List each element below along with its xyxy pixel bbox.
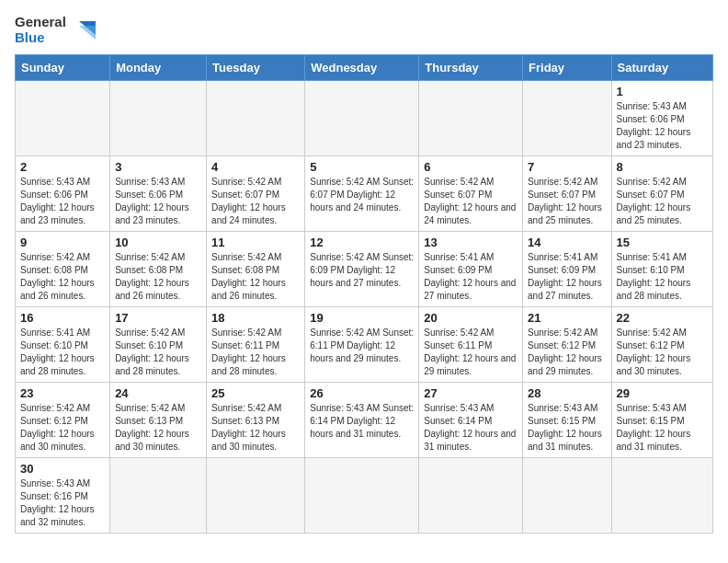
calendar-cell: 24Sunrise: 5:42 AM Sunset: 6:13 PM Dayli… [110,383,207,458]
logo-triangle-icon [70,17,97,44]
calendar-week-4: 23Sunrise: 5:42 AM Sunset: 6:12 PM Dayli… [16,383,713,458]
day-info: Sunrise: 5:42 AM Sunset: 6:11 PM Dayligh… [211,327,300,378]
day-number: 14 [528,236,607,249]
weekday-header-wednesday: Wednesday [305,55,419,81]
calendar-cell: 5Sunrise: 5:42 AM Sunset: 6:07 PM Daylig… [305,156,419,232]
calendar-cell: 26Sunrise: 5:43 AM Sunset: 6:14 PM Dayli… [305,383,419,458]
calendar-cell [523,81,612,156]
day-number: 4 [211,160,300,174]
page-header: General Blue [15,15,713,45]
day-info: Sunrise: 5:42 AM Sunset: 6:12 PM Dayligh… [528,327,607,378]
calendar-cell: 2Sunrise: 5:43 AM Sunset: 6:06 PM Daylig… [16,156,110,232]
calendar-cell: 15Sunrise: 5:41 AM Sunset: 6:10 PM Dayli… [611,232,712,307]
day-number: 9 [20,236,105,249]
calendar-cell: 18Sunrise: 5:42 AM Sunset: 6:11 PM Dayli… [207,307,305,383]
day-number: 23 [20,386,105,400]
day-info: Sunrise: 5:42 AM Sunset: 6:11 PM Dayligh… [424,327,518,378]
calendar-cell: 22Sunrise: 5:42 AM Sunset: 6:12 PM Dayli… [611,307,712,383]
weekday-header-monday: Monday [110,55,207,81]
calendar-cell: 13Sunrise: 5:41 AM Sunset: 6:09 PM Dayli… [419,232,523,307]
calendar-cell: 7Sunrise: 5:42 AM Sunset: 6:07 PM Daylig… [523,156,612,232]
calendar-cell [207,458,305,534]
day-number: 19 [310,311,414,325]
weekday-header-saturday: Saturday [611,55,712,81]
calendar-week-0: 1Sunrise: 5:43 AM Sunset: 6:06 PM Daylig… [16,81,713,156]
calendar-cell: 17Sunrise: 5:42 AM Sunset: 6:10 PM Dayli… [110,307,207,383]
day-number: 7 [528,160,607,174]
calendar-cell: 30Sunrise: 5:43 AM Sunset: 6:16 PM Dayli… [16,458,110,534]
calendar-cell [611,458,712,534]
day-number: 11 [211,236,300,249]
calendar-cell: 28Sunrise: 5:43 AM Sunset: 6:15 PM Dayli… [523,383,612,458]
day-info: Sunrise: 5:43 AM Sunset: 6:14 PM Dayligh… [424,402,518,454]
day-number: 12 [310,236,414,249]
weekday-header-row: SundayMondayTuesdayWednesdayThursdayFrid… [16,55,713,81]
day-number: 3 [115,160,201,174]
day-number: 21 [528,311,607,325]
day-info: Sunrise: 5:42 AM Sunset: 6:07 PM Dayligh… [211,176,300,227]
calendar-cell: 20Sunrise: 5:42 AM Sunset: 6:11 PM Dayli… [419,307,523,383]
calendar-cell: 6Sunrise: 5:42 AM Sunset: 6:07 PM Daylig… [419,156,523,232]
calendar-cell [419,81,523,156]
day-number: 27 [424,386,518,400]
day-info: Sunrise: 5:42 AM Sunset: 6:07 PM Dayligh… [617,176,708,227]
calendar-cell: 3Sunrise: 5:43 AM Sunset: 6:06 PM Daylig… [110,156,207,232]
day-number: 2 [20,160,105,174]
day-info: Sunrise: 5:43 AM Sunset: 6:16 PM Dayligh… [20,477,105,529]
day-number: 6 [424,160,518,174]
day-info: Sunrise: 5:42 AM Sunset: 6:13 PM Dayligh… [211,402,300,454]
day-number: 5 [310,160,414,174]
day-info: Sunrise: 5:41 AM Sunset: 6:09 PM Dayligh… [424,251,518,303]
calendar-week-1: 2Sunrise: 5:43 AM Sunset: 6:06 PM Daylig… [16,156,713,232]
calendar-table: SundayMondayTuesdayWednesdayThursdayFrid… [15,54,713,534]
day-info: Sunrise: 5:42 AM Sunset: 6:07 PM Dayligh… [424,176,518,227]
calendar-cell: 12Sunrise: 5:42 AM Sunset: 6:09 PM Dayli… [305,232,419,307]
calendar-cell: 19Sunrise: 5:42 AM Sunset: 6:11 PM Dayli… [305,307,419,383]
day-info: Sunrise: 5:43 AM Sunset: 6:15 PM Dayligh… [528,402,607,454]
calendar-week-5: 30Sunrise: 5:43 AM Sunset: 6:16 PM Dayli… [16,458,713,534]
day-info: Sunrise: 5:42 AM Sunset: 6:09 PM Dayligh… [310,251,414,290]
calendar-cell: 25Sunrise: 5:42 AM Sunset: 6:13 PM Dayli… [207,383,305,458]
calendar-cell: 9Sunrise: 5:42 AM Sunset: 6:08 PM Daylig… [16,232,110,307]
logo: General Blue [15,15,97,45]
calendar-cell [419,458,523,534]
day-info: Sunrise: 5:42 AM Sunset: 6:10 PM Dayligh… [115,327,201,378]
weekday-header-thursday: Thursday [419,55,523,81]
calendar-cell: 11Sunrise: 5:42 AM Sunset: 6:08 PM Dayli… [207,232,305,307]
day-number: 26 [310,386,414,400]
weekday-header-sunday: Sunday [16,55,110,81]
calendar-cell [207,81,305,156]
calendar-cell: 10Sunrise: 5:42 AM Sunset: 6:08 PM Dayli… [110,232,207,307]
calendar-cell: 14Sunrise: 5:41 AM Sunset: 6:09 PM Dayli… [523,232,612,307]
calendar-cell: 4Sunrise: 5:42 AM Sunset: 6:07 PM Daylig… [207,156,305,232]
day-number: 16 [20,311,105,325]
calendar-cell: 29Sunrise: 5:43 AM Sunset: 6:15 PM Dayli… [611,383,712,458]
day-number: 13 [424,236,518,249]
day-number: 29 [617,386,708,400]
day-number: 22 [617,311,708,325]
calendar-week-3: 16Sunrise: 5:41 AM Sunset: 6:10 PM Dayli… [16,307,713,383]
calendar-cell: 1Sunrise: 5:43 AM Sunset: 6:06 PM Daylig… [611,81,712,156]
day-number: 20 [424,311,518,325]
svg-marker-1 [79,26,96,40]
day-info: Sunrise: 5:43 AM Sunset: 6:06 PM Dayligh… [115,176,201,227]
day-info: Sunrise: 5:42 AM Sunset: 6:12 PM Dayligh… [617,327,708,378]
day-info: Sunrise: 5:41 AM Sunset: 6:10 PM Dayligh… [617,251,708,303]
day-number: 25 [211,386,300,400]
day-info: Sunrise: 5:42 AM Sunset: 6:08 PM Dayligh… [115,251,201,303]
calendar-cell: 16Sunrise: 5:41 AM Sunset: 6:10 PM Dayli… [16,307,110,383]
calendar-cell [110,458,207,534]
calendar-cell [523,458,612,534]
day-number: 8 [617,160,708,174]
day-info: Sunrise: 5:42 AM Sunset: 6:12 PM Dayligh… [20,402,105,454]
day-info: Sunrise: 5:42 AM Sunset: 6:08 PM Dayligh… [20,251,105,303]
calendar-cell: 27Sunrise: 5:43 AM Sunset: 6:14 PM Dayli… [419,383,523,458]
calendar-cell: 21Sunrise: 5:42 AM Sunset: 6:12 PM Dayli… [523,307,612,383]
calendar-cell [110,81,207,156]
day-number: 18 [211,311,300,325]
day-info: Sunrise: 5:42 AM Sunset: 6:08 PM Dayligh… [211,251,300,303]
day-number: 10 [115,236,201,249]
calendar-cell [305,458,419,534]
logo-blue-text: Blue [15,30,45,46]
day-number: 17 [115,311,201,325]
